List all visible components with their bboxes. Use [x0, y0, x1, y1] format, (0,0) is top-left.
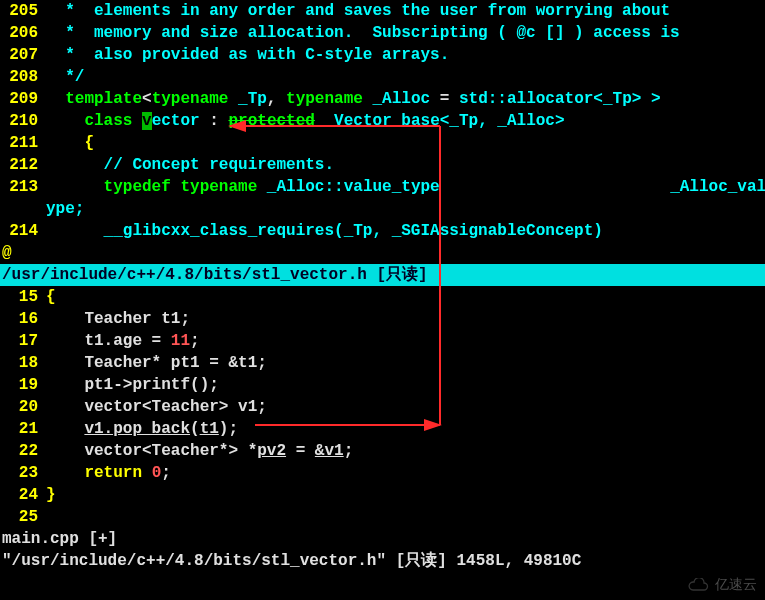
- watermark-text: 亿速云: [715, 574, 757, 596]
- line-number: 212: [0, 154, 46, 176]
- code-line: 24 }: [0, 484, 765, 506]
- code-line-cursor: 210 class vector : protected _Vector_bas…: [0, 110, 765, 132]
- code-content: v1.pop_back(t1);: [46, 418, 765, 440]
- code-line: 214 __glibcxx_class_requires(_Tp, _SGIAs…: [0, 220, 765, 242]
- top-pane[interactable]: 205 * elements in any order and saves th…: [0, 0, 765, 264]
- line-number: 24: [0, 484, 46, 506]
- line-number: 211: [0, 132, 46, 154]
- code-line: 22 vector<Teacher*> *pv2 = &v1;: [0, 440, 765, 462]
- wrap-content: ype;: [46, 198, 765, 220]
- code-content: {: [46, 132, 765, 154]
- code-line: 15 {: [0, 286, 765, 308]
- code-line: 209 template<typename _Tp, typename _All…: [0, 88, 765, 110]
- code-content: // Concept requirements.: [46, 154, 765, 176]
- line-number: 18: [0, 352, 46, 374]
- code-line: 212 // Concept requirements.: [0, 154, 765, 176]
- code-line: 205 * elements in any order and saves th…: [0, 0, 765, 22]
- code-line: 18 Teacher* pt1 = &t1;: [0, 352, 765, 374]
- code-content: class vector : protected _Vector_base<_T…: [46, 110, 765, 132]
- line-number: 208: [0, 66, 46, 88]
- code-line: 21 v1.pop_back(t1);: [0, 418, 765, 440]
- line-number: 205: [0, 0, 46, 22]
- code-content: Teacher t1;: [46, 308, 765, 330]
- split-status-top: /usr/include/c++/4.8/bits/stl_vector.h […: [0, 264, 765, 286]
- line-number: 23: [0, 462, 46, 484]
- code-line: 17 t1.age = 11;: [0, 330, 765, 352]
- code-line: 208 */: [0, 66, 765, 88]
- code-line: 23 return 0;: [0, 462, 765, 484]
- bottom-pane[interactable]: 15 { 16 Teacher t1; 17 t1.age = 11; 18 T…: [0, 286, 765, 528]
- code-line: 20 vector<Teacher> v1;: [0, 396, 765, 418]
- line-number: 210: [0, 110, 46, 132]
- line-number: 20: [0, 396, 46, 418]
- empty-line: [46, 506, 765, 528]
- code-content: vector<Teacher> v1;: [46, 396, 765, 418]
- comment: */: [46, 66, 765, 88]
- code-line: 206 * memory and size allocation. Subscr…: [0, 22, 765, 44]
- line-number: 25: [0, 506, 46, 528]
- vim-at-marker: @: [0, 242, 765, 264]
- line-number: 209: [0, 88, 46, 110]
- vim-command-line[interactable]: "/usr/include/c++/4.8/bits/stl_vector.h"…: [0, 550, 765, 572]
- comment: * memory and size allocation. Subscripti…: [46, 22, 765, 44]
- line-number: 21: [0, 418, 46, 440]
- code-content: vector<Teacher*> *pv2 = &v1;: [46, 440, 765, 462]
- code-line: 19 pt1->printf();: [0, 374, 765, 396]
- brace: {: [46, 286, 765, 308]
- line-number: 16: [0, 308, 46, 330]
- comment: * also provided as with C-style arrays.: [46, 44, 765, 66]
- brace: }: [46, 484, 765, 506]
- watermark: 亿速云: [687, 574, 757, 596]
- line-number: 213: [0, 176, 46, 198]
- code-line: 25: [0, 506, 765, 528]
- text-cursor: v: [142, 112, 152, 130]
- code-line-wrap: ype;: [0, 198, 765, 220]
- line-number: 22: [0, 440, 46, 462]
- code-content: typedef typename _Alloc::value_type _All…: [46, 176, 765, 198]
- code-line: 213 typedef typename _Alloc::value_type …: [0, 176, 765, 198]
- code-content: template<typename _Tp, typename _Alloc =…: [46, 88, 765, 110]
- code-content: t1.age = 11;: [46, 330, 765, 352]
- line-number-empty: [0, 198, 46, 220]
- line-number: 19: [0, 374, 46, 396]
- line-number: 207: [0, 44, 46, 66]
- line-number: 214: [0, 220, 46, 242]
- code-content: __glibcxx_class_requires(_Tp, _SGIAssign…: [46, 220, 765, 242]
- comment: * elements in any order and saves the us…: [46, 0, 765, 22]
- code-content: pt1->printf();: [46, 374, 765, 396]
- line-number: 15: [0, 286, 46, 308]
- cloud-icon: [687, 578, 709, 592]
- line-number: 17: [0, 330, 46, 352]
- code-content: Teacher* pt1 = &t1;: [46, 352, 765, 374]
- line-number: 206: [0, 22, 46, 44]
- code-line: 211 {: [0, 132, 765, 154]
- code-content: return 0;: [46, 462, 765, 484]
- code-line: 207 * also provided as with C-style arra…: [0, 44, 765, 66]
- split-status-bottom: main.cpp [+]: [0, 528, 765, 550]
- code-line: 16 Teacher t1;: [0, 308, 765, 330]
